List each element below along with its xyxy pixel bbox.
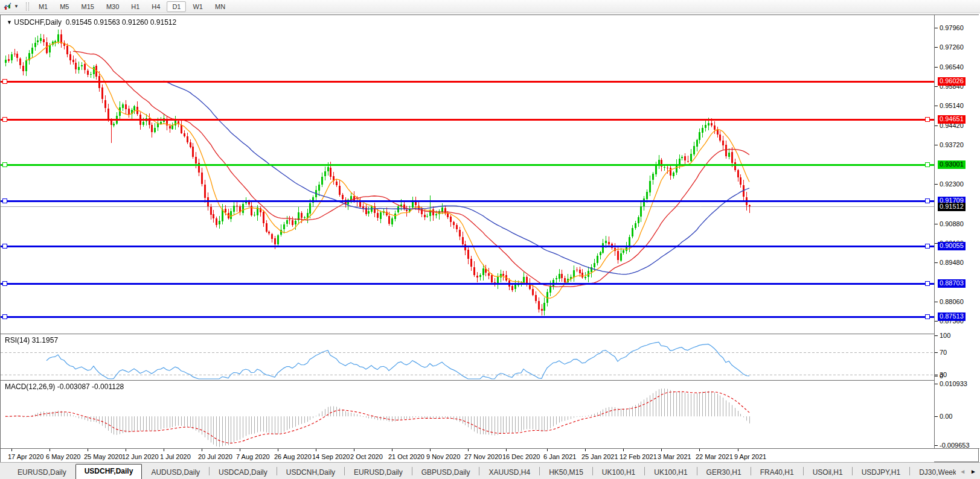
axis-tick: [935, 352, 938, 353]
price-axis[interactable]: 0.979600.972600.965400.958400.951400.944…: [934, 15, 980, 448]
date-label: 6 Jan 2021: [543, 453, 576, 460]
date-tick: [50, 449, 50, 451]
timeframe-button-m5[interactable]: M5: [54, 1, 74, 12]
axis-tick: [935, 321, 938, 322]
level-price-badge: 0.90055: [938, 242, 966, 250]
timeframe-button-m30[interactable]: M30: [101, 1, 124, 12]
price-tick-label: 0.95140: [940, 103, 964, 109]
date-label: 25 May 2020: [84, 453, 123, 460]
axis-tick: [935, 224, 938, 224]
axis-tick: [935, 416, 938, 417]
level-price-badge: 0.94651: [938, 115, 966, 124]
axis-tick: [935, 67, 938, 68]
date-label: 12 Jun 2020: [122, 453, 159, 460]
date-label: 2 Oct 2020: [350, 453, 383, 460]
tab-eurusd-daily[interactable]: EURUSD,Daily: [345, 466, 412, 479]
quote-open: 0.91545: [66, 18, 92, 27]
window-menu-icon[interactable]: ▼: [7, 19, 12, 25]
price-tick-label: 0.90880: [940, 221, 964, 227]
date-label: 20 Jul 2020: [198, 453, 232, 460]
date-tick: [392, 449, 392, 451]
timeframe-button-w1[interactable]: W1: [187, 1, 208, 12]
date-tick: [126, 449, 126, 451]
date-axis[interactable]: 17 Apr 20206 May 202025 May 202012 Jun 2…: [1, 449, 934, 463]
date-tick: [547, 449, 548, 451]
date-label: 1 Jul 2020: [160, 453, 191, 460]
date-tick: [278, 449, 278, 451]
panel-divider[interactable]: [1, 380, 979, 381]
date-tick: [202, 449, 202, 451]
symbol-tab-bar: EURUSD,DailyUSDCHF,DailyAUDUSD,DailyUSDC…: [0, 462, 980, 479]
price-tick-label: 0.93720: [940, 142, 964, 148]
top-toolbar: ▼ M1M5M15M30H1H4D1W1MN: [0, 0, 980, 13]
price-tick-label: 0.97260: [940, 44, 964, 51]
rsi-tick-label: 100: [940, 332, 950, 339]
timeframe-button-d1[interactable]: D1: [167, 1, 186, 12]
tab-uk100-h1[interactable]: UK100,H1: [593, 466, 644, 479]
macd-panel-canvas[interactable]: [1, 381, 934, 448]
axis-tick: [935, 86, 938, 87]
date-label: 9 Nov 2020: [426, 453, 460, 460]
axis-tick: [935, 47, 938, 48]
date-tick: [240, 449, 240, 451]
macd-tick-label: -0.009653: [940, 442, 970, 449]
date-tick: [354, 449, 354, 451]
tab-scroll-area: EURUSD,DailyUSDCHF,DailyAUDUSD,DailyUSDC…: [0, 464, 956, 479]
tab-usdcnh-daily[interactable]: USDCNH,Daily: [277, 466, 344, 479]
date-label: 3 Mar 2021: [658, 453, 691, 460]
tab-hk50-m15[interactable]: HK50,M15: [540, 466, 592, 479]
timeframe-button-mn[interactable]: MN: [210, 1, 231, 12]
axis-tick: [935, 384, 938, 384]
level-price-badge: 0.96026: [938, 77, 966, 86]
axis-tick: [935, 262, 938, 263]
tab-usoil-h1[interactable]: USOil,H1: [804, 466, 852, 479]
tab-xauusd-h4[interactable]: XAUUSD,H4: [479, 466, 539, 479]
rsi-tick-label: 70: [940, 349, 947, 356]
tab-ger30-h1[interactable]: GER30,H1: [697, 466, 751, 479]
date-tick: [699, 449, 700, 451]
axis-tick: [935, 125, 938, 126]
current-price-badge: 0.91512: [938, 203, 966, 211]
panel-divider[interactable]: [1, 334, 979, 334]
tab-arrows: ◄ ►: [956, 463, 980, 479]
date-label: 22 Mar 2021: [696, 453, 733, 460]
tab-audusd-daily[interactable]: AUDUSD,Daily: [142, 466, 209, 479]
timeframe-button-m1[interactable]: M1: [33, 1, 53, 12]
axis-tick: [935, 28, 938, 28]
price-tick-label: 0.88060: [940, 299, 964, 305]
tab-dj30-weekly[interactable]: DJ30,Weekly: [910, 466, 956, 479]
timeframe-button-h4[interactable]: H4: [146, 1, 165, 12]
quote-high: 0.91563: [94, 18, 120, 27]
toolbar-grip[interactable]: [26, 2, 29, 11]
rsi-panel-canvas[interactable]: [1, 334, 934, 379]
axis-tick: [935, 445, 938, 446]
chart-cursor-tool[interactable]: ▼: [0, 0, 22, 13]
tab-scroll-left-icon[interactable]: ◄: [959, 468, 966, 475]
tab-usdchf-daily[interactable]: USDCHF,Daily: [75, 464, 143, 479]
date-tick: [738, 449, 738, 451]
tab-usdcad-daily[interactable]: USDCAD,Daily: [210, 466, 277, 479]
tab-uk100-h1[interactable]: UK100,H1: [645, 466, 696, 479]
quote-low: 0.91260: [122, 18, 148, 27]
timeframe-buttons: M1M5M15M30H1H4D1W1MN: [33, 3, 231, 10]
chevron-down-icon: ▼: [14, 4, 19, 9]
timeframe-button-m15[interactable]: M15: [75, 1, 99, 12]
level-price-badge: 0.93001: [938, 160, 966, 169]
tab-scroll-right-icon[interactable]: ►: [970, 468, 976, 475]
axis-tick: [935, 376, 938, 376]
tab-eurusd-daily[interactable]: EURUSD,Daily: [8, 466, 75, 479]
date-tick: [11, 449, 12, 451]
date-tick: [164, 449, 164, 451]
date-label: 12 Feb 2021: [620, 453, 657, 460]
tab-usdjpy-h1[interactable]: USDJPY,H1: [853, 466, 909, 479]
axis-tick: [935, 106, 938, 106]
timeframe-button-h1[interactable]: H1: [126, 1, 145, 12]
price-tick-label: 0.97960: [940, 25, 964, 31]
price-chart-canvas[interactable]: [1, 15, 934, 334]
axis-tick: [935, 375, 938, 375]
date-label: 27 Nov 2020: [464, 453, 502, 460]
tab-gbpusd-daily[interactable]: GBPUSD,Daily: [412, 466, 479, 479]
axis-tick: [935, 302, 938, 302]
rsi-tick-label: 0: [940, 373, 943, 379]
tab-fra40-h1[interactable]: FRA40,H1: [751, 466, 803, 479]
